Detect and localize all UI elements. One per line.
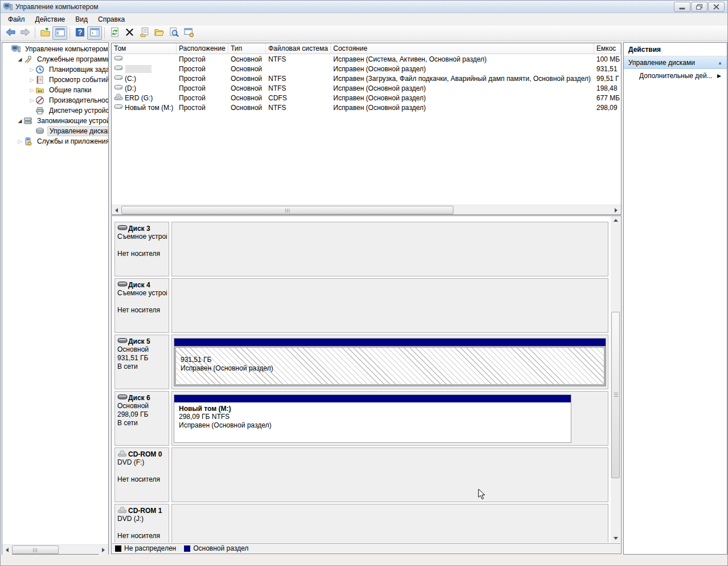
tree-horizontal-scrollbar[interactable] xyxy=(2,544,108,554)
volume-cell-capacity: 931,51 xyxy=(594,64,621,74)
find-icon xyxy=(169,27,179,39)
disk-name: Диск 3 xyxy=(128,225,150,233)
show-action-pane-button[interactable] xyxy=(87,26,102,40)
back-button[interactable] xyxy=(3,26,18,40)
collapse-icon[interactable]: ◢ xyxy=(17,117,23,124)
column-header-5[interactable]: Емкос xyxy=(594,43,621,54)
volume-block-2[interactable]: 931,51 ГБИсправен (Основной раздел) xyxy=(174,338,606,386)
volume-fs: CDFS xyxy=(268,94,287,102)
expand-icon[interactable]: ▷ xyxy=(28,76,35,83)
expand-icon[interactable]: ▷ xyxy=(28,66,35,73)
disk-info-line xyxy=(117,298,167,306)
tree-item-0[interactable]: Управление компьютером (л xyxy=(2,44,108,54)
scrollbar-thumb[interactable] xyxy=(121,206,453,214)
disk-management-pane: ТомРасположениеТипФайловая системаСостоя… xyxy=(111,42,621,555)
tree-item-7[interactable]: ◢Запоминающие устройст xyxy=(2,116,108,126)
column-header-4[interactable]: Состояние xyxy=(331,43,594,54)
toolbar-separator xyxy=(35,27,35,39)
tree-item-1[interactable]: ◢Служебные программы xyxy=(2,54,108,64)
volume-cell-fs: NTFS xyxy=(266,54,331,64)
properties-button[interactable] xyxy=(137,26,152,40)
disk-label-0[interactable]: Диск 3Съемное устройНет носителя xyxy=(114,222,169,276)
tree-item-4[interactable]: ▷Общие папки xyxy=(2,85,108,95)
column-header-0[interactable]: Том xyxy=(112,43,177,54)
column-header-1[interactable]: Расположение xyxy=(177,43,228,54)
find-button[interactable] xyxy=(166,26,181,40)
volume-row-5[interactable]: Новый том (M:)ПростойОсновнойNTFSИсправе… xyxy=(112,103,621,112)
legend-color-swatch xyxy=(184,545,190,552)
scrollbar-thumb[interactable] xyxy=(12,545,59,554)
help-button[interactable]: ? xyxy=(72,26,87,40)
disk-label-2[interactable]: Диск 5Основной931,51 ГБВ сети xyxy=(114,335,169,389)
scroll-right-button[interactable] xyxy=(611,205,621,215)
options-icon xyxy=(183,27,194,39)
expand-icon[interactable]: ▷ xyxy=(28,97,35,104)
volume-row-3[interactable]: (D:)ПростойОсновнойNTFSИсправен (Основно… xyxy=(112,83,621,93)
scrollbar-thumb[interactable] xyxy=(611,312,620,478)
tree-item-9[interactable]: ▷Службы и приложения xyxy=(2,136,108,146)
volume-cell-location: Простой xyxy=(177,54,228,64)
volume-cell-name: (D:) xyxy=(112,83,177,93)
title-bar[interactable]: Управление компьютером xyxy=(1,1,727,13)
collapse-icon[interactable]: ◢ xyxy=(17,56,23,63)
list-horizontal-scrollbar[interactable] xyxy=(112,205,621,214)
actions-item-more[interactable]: Дополнительные дей... ▶ xyxy=(624,69,727,83)
disk-label-5[interactable]: CD-ROM 1DVD (J:)Нет носителя xyxy=(114,504,169,543)
expand-icon[interactable]: ▷ xyxy=(17,138,23,145)
volume-cell-type: Основной xyxy=(228,83,266,93)
menu-item-2[interactable]: Вид xyxy=(70,14,93,25)
column-header-3[interactable]: Файловая система xyxy=(266,43,331,54)
volume-location: Простой xyxy=(179,65,206,73)
disk-volume-area-4[interactable] xyxy=(171,447,608,502)
tree-item-8[interactable]: Управление дисками xyxy=(2,126,108,136)
volume-icon xyxy=(114,74,125,83)
scroll-up-button[interactable] xyxy=(611,216,620,225)
disk-label-3[interactable]: Диск 6Основной298,09 ГБВ сети xyxy=(114,391,169,446)
export-list-button[interactable] xyxy=(38,26,52,40)
svg-text:?: ? xyxy=(77,28,82,36)
volume-type: Основной xyxy=(231,104,262,112)
open-button[interactable] xyxy=(152,26,166,40)
disk-rows: Диск 3Съемное устройНет носителяДиск 4Съ… xyxy=(112,216,611,543)
menu-item-3[interactable]: Справка xyxy=(93,14,130,25)
tree-item-5[interactable]: ▷Производительность xyxy=(2,95,108,105)
delete-button[interactable] xyxy=(122,26,137,40)
menu-item-0[interactable]: Файл xyxy=(3,14,30,25)
menu-item-1[interactable]: Действие xyxy=(30,14,71,25)
column-header-2[interactable]: Тип xyxy=(228,43,266,54)
disk-label-1[interactable]: Диск 4Съемное устройНет носителя xyxy=(114,278,169,333)
scroll-left-button[interactable] xyxy=(2,545,12,555)
volume-row-2[interactable]: (C:)ПростойОсновнойNTFSИсправен (Загрузк… xyxy=(112,74,621,83)
volume-block-3[interactable]: Новый том (M:)298,09 ГБ NTFSИсправен (Ос… xyxy=(174,394,571,443)
collapse-icon[interactable]: ▲ xyxy=(718,60,722,66)
volume-row-1[interactable]: ПростойОсновнойИсправен (Основной раздел… xyxy=(112,64,621,74)
scrollbar-grip xyxy=(33,548,38,552)
scroll-right-button[interactable] xyxy=(99,545,108,555)
forward-button[interactable] xyxy=(18,26,32,40)
disk-info-line xyxy=(117,523,167,532)
minimize-button[interactable] xyxy=(674,2,690,12)
show-console-tree-button[interactable] xyxy=(52,26,67,40)
options-button[interactable] xyxy=(181,26,196,40)
expand-icon[interactable]: ▷ xyxy=(28,87,35,93)
tree-item-6[interactable]: Диспетчер устройств xyxy=(2,105,108,116)
volume-cell-location: Простой xyxy=(177,74,228,83)
refresh-button[interactable] xyxy=(107,26,122,40)
tree-item-2[interactable]: ▷Планировщик заданий xyxy=(2,64,108,75)
disk-volume-area-0[interactable] xyxy=(171,222,608,276)
volume-cell-location: Простой xyxy=(177,83,228,93)
scroll-down-button[interactable] xyxy=(611,534,620,543)
actions-group-disk-management[interactable]: Управление дисками ▲ xyxy=(624,56,727,69)
volume-capacity: 100 МБ xyxy=(596,55,620,63)
disk-label-4[interactable]: CD-ROM 0DVD (F:)Нет носителя xyxy=(114,447,169,502)
close-button[interactable] xyxy=(708,2,725,12)
tree-item-label: Общие папки xyxy=(47,85,93,95)
tree-item-3[interactable]: ▷Просмотр событий xyxy=(2,75,108,85)
volume-row-0[interactable]: ПростойОсновнойNTFSИсправен (Система, Ак… xyxy=(112,54,621,64)
disk-volume-area-1[interactable] xyxy=(171,278,608,333)
disk-volume-area-5[interactable] xyxy=(171,504,608,543)
scroll-left-button[interactable] xyxy=(112,205,121,215)
volume-row-4[interactable]: ERD (G:)ПростойОсновнойCDFSИсправен (Осн… xyxy=(112,93,621,103)
disk-vertical-scrollbar[interactable] xyxy=(611,216,620,543)
restore-button[interactable] xyxy=(691,2,707,12)
